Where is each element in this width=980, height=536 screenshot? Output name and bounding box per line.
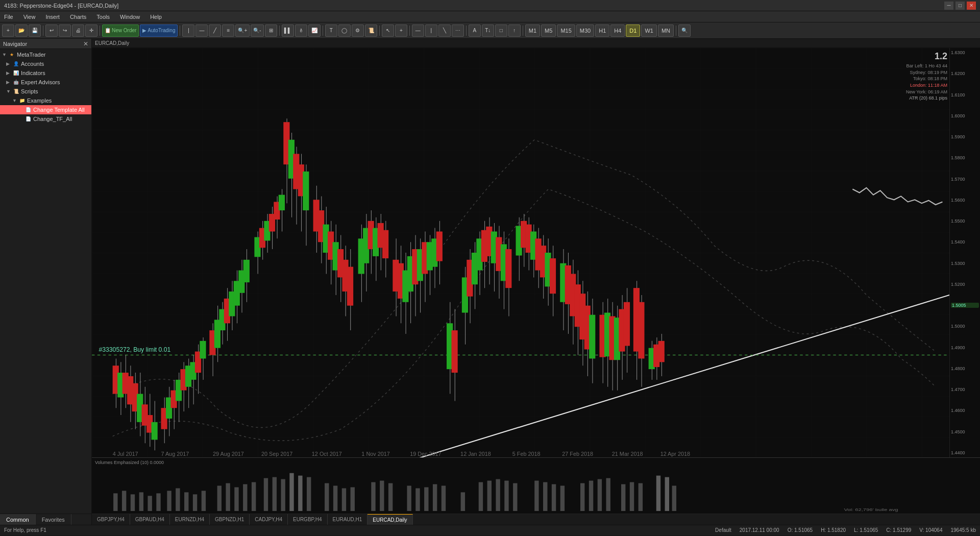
draw-hline-button[interactable]: — [412,25,424,37]
trend-button[interactable]: ╱ [209,25,221,37]
new-chart-button[interactable]: + [2,25,14,37]
tf-m15[interactable]: M15 [557,25,575,37]
autotrading-button[interactable]: ▶ AutoTrading [140,25,178,37]
sym-tab-eurcad[interactable]: EURCAD,Daily [368,514,412,525]
svg-rect-228 [226,483,230,511]
print-button[interactable]: 🖨 [72,25,84,37]
open-button[interactable]: 📂 [15,25,28,37]
tree-item-indicators[interactable]: ▶ 📊 Indicators [0,68,91,78]
svg-rect-262 [598,479,602,511]
zoom-out-button[interactable]: 🔍- [251,25,263,37]
crosshair-button[interactable]: ✛ [85,25,97,37]
tree-label-scripts: Scripts [21,88,38,94]
tf-mn[interactable]: MN [658,25,674,37]
period-sep-button[interactable]: ⊞ [265,25,277,37]
tf-m5[interactable]: M5 [541,25,556,37]
symbol-tabs: GBPJPY,H4 GBPAUD,H4 EURNZD,H4 GBPNZD,H1 … [92,514,980,525]
new-order-button[interactable]: 📋 New Order [102,25,139,37]
minimize-button[interactable]: ─ [944,2,953,10]
crosshair2-button[interactable]: + [395,25,407,37]
tab-favorites[interactable]: Favorites [36,514,71,525]
line-button[interactable]: | [182,25,194,37]
draw-tline-button[interactable]: ╲ [438,25,451,37]
script-button[interactable]: 📜 [365,25,377,37]
bar-chart-button[interactable]: ▌▌ [282,25,294,37]
menu-charts[interactable]: Charts [68,13,88,21]
tree-item-change-tf-all[interactable]: 📄 Change_TF_All [0,114,91,124]
rect-button[interactable]: □ [495,25,507,37]
tf-m1[interactable]: M1 [525,25,540,37]
menu-tools[interactable]: Tools [94,13,112,21]
svg-rect-249 [442,486,446,511]
chart-main[interactable]: 1.2 Bar Left: 1 Ho 43 44 Sydney: 08:19 P… [92,48,949,457]
hline-button[interactable]: — [195,25,208,37]
maximize-button[interactable]: □ [955,2,965,10]
separator-5 [323,26,323,36]
menu-help[interactable]: Help [148,13,164,21]
tab-common[interactable]: Common [0,514,36,525]
tree-item-scripts[interactable]: ▼ 📜 Scripts [0,87,91,96]
svg-rect-106 [382,230,388,258]
tree-item-expert-advisors[interactable]: ▶ 🤖 Expert Advisors [0,78,91,87]
tf-d1[interactable]: D1 [626,25,640,37]
tf-h4[interactable]: H4 [610,25,625,37]
navigator-close-button[interactable]: ✕ [83,40,88,47]
search-button[interactable]: 🔍 [678,25,691,37]
profile-text: Default [715,527,731,533]
sym-tab-gbpnzd[interactable]: GBPNZD,H1 [210,514,250,525]
svg-rect-241 [351,487,355,511]
svg-rect-94 [347,267,353,306]
fib-button[interactable]: ≡ [222,25,234,37]
label-button[interactable]: T↓ [482,25,494,37]
tree-item-metatrader[interactable]: ▼ ★ MetaTrader [0,50,91,59]
tf-h1[interactable]: H1 [595,25,609,37]
menu-file[interactable]: File [2,13,15,21]
draw-more-button[interactable]: ⋯ [452,25,464,37]
tree-item-examples[interactable]: ▼ 📁 Examples [0,96,91,105]
expert-button[interactable]: ⚙ [352,25,364,37]
line-chart-button[interactable]: 📈 [308,25,321,37]
close-button[interactable]: ✕ [967,2,976,10]
expand-icon-indicators: ▶ [6,70,11,76]
svg-rect-265 [630,482,634,511]
menu-window[interactable]: Window [118,13,142,21]
sym-tab-gbpaud[interactable]: GBPAUD,H4 [130,514,170,525]
sym-tab-cadjpy[interactable]: CADJPY,H4 [250,514,288,525]
zoom-in-button[interactable]: 🔍+ [235,25,250,37]
tree-item-accounts[interactable]: ▶ 👤 Accounts [0,59,91,68]
sym-tab-eurnzd[interactable]: EURNZD,H4 [170,514,210,525]
tree-label-indicators: Indicators [21,70,45,76]
indicator-button[interactable]: ◯ [338,25,351,37]
tf-w1[interactable]: W1 [641,25,657,37]
sym-tab-eurgbp[interactable]: EURGBP,H4 [288,514,328,525]
cursor-button[interactable]: ↖ [382,25,394,37]
separator-1 [43,26,43,36]
new-order-icon: 📋 [105,28,111,33]
undo-button[interactable]: ↩ [45,25,58,37]
candle-button[interactable]: 🕯 [295,25,307,37]
script-ctfa-icon: 📄 [24,115,32,123]
svg-rect-268 [665,477,669,511]
tree-item-change-template-all[interactable]: 📄 Change Template All [0,105,91,114]
redo-button[interactable]: ↪ [59,25,71,37]
save-button[interactable]: 💾 [29,25,41,37]
menu-view[interactable]: View [21,13,38,21]
navigator-tree: ▼ ★ MetaTrader ▶ 👤 Accounts ▶ 📊 Indicato… [0,49,91,514]
svg-rect-253 [496,479,500,511]
svg-rect-266 [639,483,643,511]
menu-insert[interactable]: Insert [43,13,62,21]
template-button[interactable]: T [325,25,337,37]
tf-m30[interactable]: M30 [576,25,594,37]
svg-rect-264 [621,484,625,511]
text-button[interactable]: A [469,25,481,37]
statusbar: For Help, press F1 Default 2017.12.11 00… [0,525,980,535]
sym-tab-gbpjpy[interactable]: GBPJPY,H4 [92,514,130,525]
arrow-button[interactable]: ↑ [508,25,521,37]
svg-rect-269 [672,486,676,511]
sym-tab-euraud[interactable]: EURAUD,H1 [328,514,368,525]
draw-vline-button[interactable]: | [425,25,437,37]
navigator-title: Navigator [3,41,27,47]
separator-3 [180,26,180,36]
svg-rect-257 [543,482,547,511]
scripts-icon: 📜 [12,88,19,95]
